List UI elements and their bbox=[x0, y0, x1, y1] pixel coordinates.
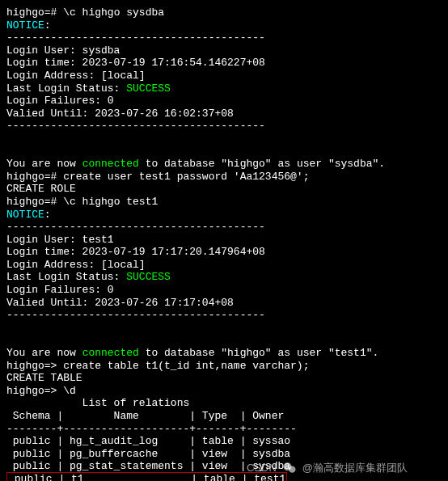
psql-prompt: highgo=> bbox=[6, 385, 63, 397]
blank-line bbox=[6, 322, 442, 335]
connected-word: connected bbox=[82, 158, 139, 170]
connected-word: connected bbox=[82, 347, 139, 359]
cmd: create table t1(t_id int,name varchar); bbox=[63, 360, 309, 372]
notice-label: NOTICE bbox=[6, 19, 44, 32]
notice-label: NOTICE bbox=[6, 209, 44, 221]
login-failures: Login Failures: 0 bbox=[6, 95, 442, 108]
success-label: SUCCESS bbox=[126, 271, 171, 283]
terminal-line: highgo=> create table t1(t_id int,name v… bbox=[6, 360, 442, 373]
divider: ----------------------------------------… bbox=[6, 309, 442, 322]
blank-line bbox=[6, 133, 442, 146]
success-label: SUCCESS bbox=[126, 82, 171, 95]
table-title: List of relations bbox=[6, 397, 442, 410]
svg-point-1 bbox=[289, 466, 295, 473]
connected-line: You are now connected to database "highg… bbox=[6, 158, 442, 171]
divider: ----------------------------------------… bbox=[6, 221, 442, 234]
psql-prompt: highgo=> bbox=[6, 360, 63, 372]
watermark: CSDN @瀚高数据库集群团队 bbox=[247, 460, 408, 476]
create-role-output: CREATE ROLE bbox=[6, 183, 442, 196]
connected-line: You are now connected to database "highg… bbox=[6, 347, 442, 360]
login-failures: Login Failures: 0 bbox=[6, 284, 442, 297]
blank-line bbox=[6, 334, 442, 347]
blank-line bbox=[6, 146, 442, 158]
login-user: Login User: test1 bbox=[6, 234, 442, 247]
psql-prompt: highgo=# bbox=[6, 171, 63, 183]
valid-until: Valied Until: 2023-07-26 17:17:04+08 bbox=[6, 297, 442, 310]
login-address: Login Address: [local] bbox=[6, 70, 442, 82]
login-time: Login time: 2023-07-19 17:17:20.147964+0… bbox=[6, 246, 442, 259]
divider: ----------------------------------------… bbox=[6, 120, 442, 133]
table-separator: --------+--------------------+-------+--… bbox=[6, 423, 442, 436]
wechat-icon bbox=[281, 460, 298, 476]
cmd: \d bbox=[63, 385, 76, 397]
login-address: Login Address: [local] bbox=[6, 259, 442, 272]
cmd: \c highgo test1 bbox=[63, 196, 158, 208]
table-header: Schema | Name | Type | Owner bbox=[6, 410, 442, 423]
psql-prompt: highgo=# bbox=[6, 6, 63, 19]
terminal-line: highgo=# \c highgo test1 bbox=[6, 196, 442, 209]
valid-until: Valied Until: 2023-07-26 16:02:37+08 bbox=[6, 108, 442, 120]
terminal-line: highgo=# create user test1 password 'Aa1… bbox=[6, 171, 442, 184]
cmd: create user test1 password 'Aa123456@'; bbox=[63, 171, 309, 183]
login-time: Login time: 2023-07-19 17:16:54.146227+0… bbox=[6, 57, 442, 70]
psql-prompt: highgo=# bbox=[6, 196, 63, 208]
create-table-output: CREATE TABLE bbox=[6, 372, 442, 385]
cmd: \c highgo sysdba bbox=[63, 6, 164, 19]
login-user: Login User: sysdba bbox=[6, 44, 442, 57]
divider: ----------------------------------------… bbox=[6, 32, 442, 44]
terminal-line: NOTICE: bbox=[6, 19, 442, 32]
terminal-line: highgo=> \d bbox=[6, 385, 442, 398]
login-status: Last Login Status: SUCCESS bbox=[6, 271, 442, 284]
watermark-csdn: CSDN bbox=[247, 462, 277, 475]
watermark-team: @瀚高数据库集群团队 bbox=[302, 462, 408, 475]
table-row: public | hg_t_audit_log | table | syssao bbox=[6, 435, 442, 448]
table-row: public | pg_buffercache | view | sysdba bbox=[6, 448, 442, 461]
terminal-line: NOTICE: bbox=[6, 209, 442, 222]
login-status: Last Login Status: SUCCESS bbox=[6, 82, 442, 95]
terminal-line: highgo=# \c highgo sysdba bbox=[6, 6, 442, 19]
